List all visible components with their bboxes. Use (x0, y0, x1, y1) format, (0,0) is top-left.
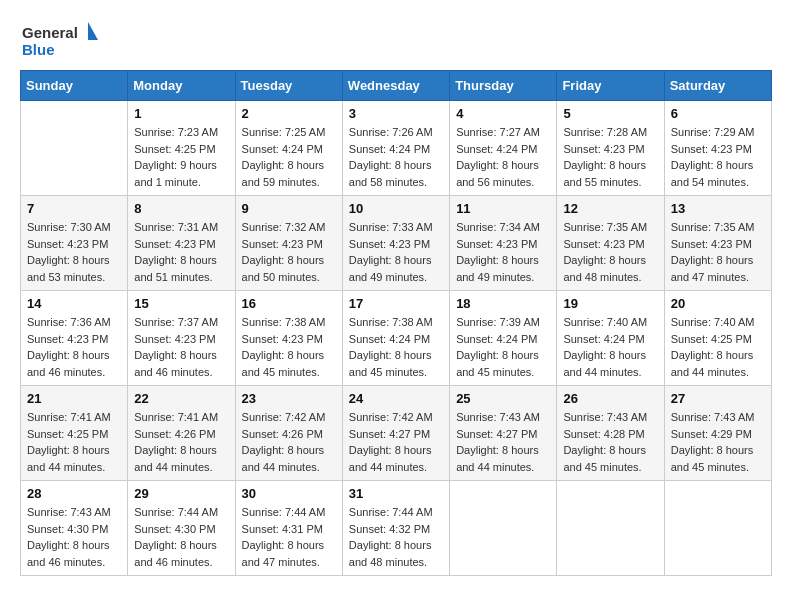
day-number: 15 (134, 296, 228, 311)
day-info: Sunrise: 7:29 AM Sunset: 4:23 PM Dayligh… (671, 124, 765, 190)
calendar-cell: 8Sunrise: 7:31 AM Sunset: 4:23 PM Daylig… (128, 196, 235, 291)
page-header: GeneralBlue (20, 20, 772, 60)
calendar-week-row: 21Sunrise: 7:41 AM Sunset: 4:25 PM Dayli… (21, 386, 772, 481)
day-info: Sunrise: 7:36 AM Sunset: 4:23 PM Dayligh… (27, 314, 121, 380)
day-number: 8 (134, 201, 228, 216)
calendar-cell: 27Sunrise: 7:43 AM Sunset: 4:29 PM Dayli… (664, 386, 771, 481)
day-info: Sunrise: 7:44 AM Sunset: 4:32 PM Dayligh… (349, 504, 443, 570)
calendar-cell: 11Sunrise: 7:34 AM Sunset: 4:23 PM Dayli… (450, 196, 557, 291)
day-number: 23 (242, 391, 336, 406)
weekday-header-tuesday: Tuesday (235, 71, 342, 101)
day-info: Sunrise: 7:43 AM Sunset: 4:28 PM Dayligh… (563, 409, 657, 475)
weekday-header-monday: Monday (128, 71, 235, 101)
day-number: 20 (671, 296, 765, 311)
calendar-cell: 4Sunrise: 7:27 AM Sunset: 4:24 PM Daylig… (450, 101, 557, 196)
day-number: 4 (456, 106, 550, 121)
day-number: 18 (456, 296, 550, 311)
day-info: Sunrise: 7:44 AM Sunset: 4:31 PM Dayligh… (242, 504, 336, 570)
day-number: 29 (134, 486, 228, 501)
calendar-cell: 21Sunrise: 7:41 AM Sunset: 4:25 PM Dayli… (21, 386, 128, 481)
calendar-table: SundayMondayTuesdayWednesdayThursdayFrid… (20, 70, 772, 576)
day-number: 10 (349, 201, 443, 216)
day-info: Sunrise: 7:33 AM Sunset: 4:23 PM Dayligh… (349, 219, 443, 285)
day-info: Sunrise: 7:38 AM Sunset: 4:24 PM Dayligh… (349, 314, 443, 380)
calendar-cell: 22Sunrise: 7:41 AM Sunset: 4:26 PM Dayli… (128, 386, 235, 481)
calendar-week-row: 28Sunrise: 7:43 AM Sunset: 4:30 PM Dayli… (21, 481, 772, 576)
weekday-header-thursday: Thursday (450, 71, 557, 101)
day-number: 7 (27, 201, 121, 216)
day-info: Sunrise: 7:27 AM Sunset: 4:24 PM Dayligh… (456, 124, 550, 190)
day-info: Sunrise: 7:25 AM Sunset: 4:24 PM Dayligh… (242, 124, 336, 190)
day-number: 2 (242, 106, 336, 121)
calendar-cell: 23Sunrise: 7:42 AM Sunset: 4:26 PM Dayli… (235, 386, 342, 481)
calendar-cell: 15Sunrise: 7:37 AM Sunset: 4:23 PM Dayli… (128, 291, 235, 386)
day-info: Sunrise: 7:34 AM Sunset: 4:23 PM Dayligh… (456, 219, 550, 285)
calendar-cell: 10Sunrise: 7:33 AM Sunset: 4:23 PM Dayli… (342, 196, 449, 291)
day-number: 22 (134, 391, 228, 406)
calendar-cell: 18Sunrise: 7:39 AM Sunset: 4:24 PM Dayli… (450, 291, 557, 386)
day-number: 6 (671, 106, 765, 121)
calendar-header-row: SundayMondayTuesdayWednesdayThursdayFrid… (21, 71, 772, 101)
day-number: 5 (563, 106, 657, 121)
day-info: Sunrise: 7:41 AM Sunset: 4:25 PM Dayligh… (27, 409, 121, 475)
day-info: Sunrise: 7:23 AM Sunset: 4:25 PM Dayligh… (134, 124, 228, 190)
day-info: Sunrise: 7:44 AM Sunset: 4:30 PM Dayligh… (134, 504, 228, 570)
day-info: Sunrise: 7:30 AM Sunset: 4:23 PM Dayligh… (27, 219, 121, 285)
day-number: 16 (242, 296, 336, 311)
calendar-cell: 19Sunrise: 7:40 AM Sunset: 4:24 PM Dayli… (557, 291, 664, 386)
day-number: 3 (349, 106, 443, 121)
calendar-cell: 7Sunrise: 7:30 AM Sunset: 4:23 PM Daylig… (21, 196, 128, 291)
svg-text:General: General (22, 24, 78, 41)
day-number: 9 (242, 201, 336, 216)
day-number: 1 (134, 106, 228, 121)
day-info: Sunrise: 7:43 AM Sunset: 4:30 PM Dayligh… (27, 504, 121, 570)
calendar-cell: 25Sunrise: 7:43 AM Sunset: 4:27 PM Dayli… (450, 386, 557, 481)
calendar-cell: 6Sunrise: 7:29 AM Sunset: 4:23 PM Daylig… (664, 101, 771, 196)
calendar-cell: 17Sunrise: 7:38 AM Sunset: 4:24 PM Dayli… (342, 291, 449, 386)
calendar-cell: 14Sunrise: 7:36 AM Sunset: 4:23 PM Dayli… (21, 291, 128, 386)
calendar-cell: 24Sunrise: 7:42 AM Sunset: 4:27 PM Dayli… (342, 386, 449, 481)
day-info: Sunrise: 7:43 AM Sunset: 4:29 PM Dayligh… (671, 409, 765, 475)
svg-marker-2 (88, 22, 98, 40)
calendar-cell: 12Sunrise: 7:35 AM Sunset: 4:23 PM Dayli… (557, 196, 664, 291)
calendar-week-row: 1Sunrise: 7:23 AM Sunset: 4:25 PM Daylig… (21, 101, 772, 196)
calendar-cell (21, 101, 128, 196)
day-info: Sunrise: 7:42 AM Sunset: 4:27 PM Dayligh… (349, 409, 443, 475)
calendar-cell: 5Sunrise: 7:28 AM Sunset: 4:23 PM Daylig… (557, 101, 664, 196)
day-number: 30 (242, 486, 336, 501)
day-info: Sunrise: 7:41 AM Sunset: 4:26 PM Dayligh… (134, 409, 228, 475)
day-info: Sunrise: 7:37 AM Sunset: 4:23 PM Dayligh… (134, 314, 228, 380)
day-number: 24 (349, 391, 443, 406)
day-info: Sunrise: 7:28 AM Sunset: 4:23 PM Dayligh… (563, 124, 657, 190)
calendar-cell: 31Sunrise: 7:44 AM Sunset: 4:32 PM Dayli… (342, 481, 449, 576)
day-number: 13 (671, 201, 765, 216)
day-number: 26 (563, 391, 657, 406)
day-info: Sunrise: 7:39 AM Sunset: 4:24 PM Dayligh… (456, 314, 550, 380)
calendar-cell: 13Sunrise: 7:35 AM Sunset: 4:23 PM Dayli… (664, 196, 771, 291)
day-number: 21 (27, 391, 121, 406)
day-info: Sunrise: 7:43 AM Sunset: 4:27 PM Dayligh… (456, 409, 550, 475)
day-number: 27 (671, 391, 765, 406)
day-number: 28 (27, 486, 121, 501)
calendar-cell: 28Sunrise: 7:43 AM Sunset: 4:30 PM Dayli… (21, 481, 128, 576)
calendar-cell (557, 481, 664, 576)
day-info: Sunrise: 7:35 AM Sunset: 4:23 PM Dayligh… (563, 219, 657, 285)
weekday-header-wednesday: Wednesday (342, 71, 449, 101)
svg-text:Blue: Blue (22, 41, 55, 58)
calendar-week-row: 7Sunrise: 7:30 AM Sunset: 4:23 PM Daylig… (21, 196, 772, 291)
logo: GeneralBlue (20, 20, 100, 60)
day-info: Sunrise: 7:32 AM Sunset: 4:23 PM Dayligh… (242, 219, 336, 285)
day-info: Sunrise: 7:35 AM Sunset: 4:23 PM Dayligh… (671, 219, 765, 285)
calendar-cell: 2Sunrise: 7:25 AM Sunset: 4:24 PM Daylig… (235, 101, 342, 196)
calendar-cell: 16Sunrise: 7:38 AM Sunset: 4:23 PM Dayli… (235, 291, 342, 386)
logo-icon: GeneralBlue (20, 20, 100, 60)
calendar-cell (664, 481, 771, 576)
day-number: 12 (563, 201, 657, 216)
day-number: 19 (563, 296, 657, 311)
calendar-cell: 9Sunrise: 7:32 AM Sunset: 4:23 PM Daylig… (235, 196, 342, 291)
weekday-header-friday: Friday (557, 71, 664, 101)
calendar-week-row: 14Sunrise: 7:36 AM Sunset: 4:23 PM Dayli… (21, 291, 772, 386)
calendar-cell: 29Sunrise: 7:44 AM Sunset: 4:30 PM Dayli… (128, 481, 235, 576)
day-number: 17 (349, 296, 443, 311)
calendar-cell: 20Sunrise: 7:40 AM Sunset: 4:25 PM Dayli… (664, 291, 771, 386)
